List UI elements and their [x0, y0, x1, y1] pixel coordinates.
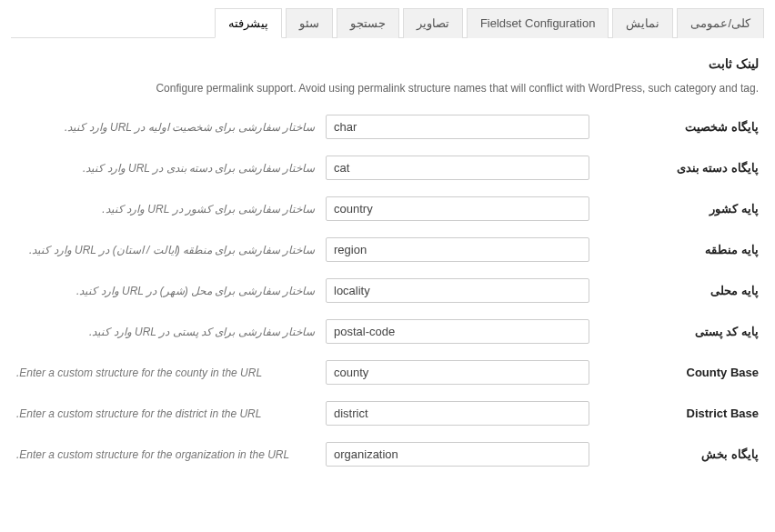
field-input[interactable]: [326, 401, 589, 426]
field-input-wrap: ساختار سفارشی برای شخصیت اولیه در URL وا…: [16, 115, 589, 139]
field-input-wrap: .Enter a custom structure for the county…: [16, 360, 589, 385]
field-input-wrap: ساختار سفارشی برای محل (شهر) در URL وارد…: [16, 278, 589, 303]
form-row: پایگاه دسته بندیساختار سفارشی برای دسته …: [11, 156, 764, 180]
form-row: پایگاه بخش.Enter a custom structure for …: [11, 442, 764, 467]
field-input[interactable]: [326, 360, 589, 385]
field-input[interactable]: [326, 278, 589, 303]
field-hint: .Enter a custom structure for the county…: [16, 366, 315, 379]
field-hint: ساختار سفارشی برای شخصیت اولیه در URL وا…: [16, 121, 315, 134]
tab-4[interactable]: جستجو: [337, 8, 399, 38]
field-label: County Base: [604, 366, 759, 379]
field-input-wrap: .Enter a custom structure for the distri…: [16, 401, 589, 426]
tab-3[interactable]: تصاویر: [403, 8, 463, 38]
field-input[interactable]: [326, 115, 589, 139]
form-row: پایه منطقهساختار سفارشی برای منطقه (ایال…: [11, 237, 764, 262]
field-hint: ساختار سفارشی برای منطقه (ایالت / استان)…: [16, 244, 315, 256]
section-title: لینک ثابت: [11, 56, 764, 71]
field-input-wrap: ساختار سفارشی برای کشور در URL وارد کنید…: [16, 196, 589, 221]
field-hint: ساختار سفارشی برای کد پستی در URL وارد ک…: [16, 326, 315, 338]
field-hint: .Enter a custom structure for the distri…: [16, 407, 315, 420]
tab-2[interactable]: Fieldset Configuration: [467, 8, 609, 38]
field-hint: ساختار سفارشی برای محل (شهر) در URL وارد…: [16, 285, 315, 297]
form-fields: پایگاه شخصیتساختار سفارشی برای شخصیت اول…: [11, 115, 764, 467]
field-label: پایگاه دسته بندی: [604, 161, 759, 175]
field-label: پایگاه بخش: [604, 447, 759, 461]
field-input[interactable]: [326, 156, 589, 180]
field-label: District Base: [604, 407, 759, 420]
tab-5[interactable]: سئو: [286, 8, 333, 38]
field-hint: ساختار سفارشی برای دسته بندی در URL وارد…: [16, 162, 315, 175]
field-label: پایه منطقه: [604, 243, 759, 256]
tab-6[interactable]: پیشرفته: [215, 8, 282, 38]
field-input[interactable]: [326, 442, 589, 467]
section-description: .Configure permalink support. Avoid usin…: [11, 82, 764, 95]
field-hint: .Enter a custom structure for the organi…: [16, 448, 315, 461]
field-hint: ساختار سفارشی برای کشور در URL وارد کنید…: [16, 203, 315, 216]
tab-1[interactable]: نمایش: [612, 8, 673, 38]
field-label: پایه کشور: [604, 202, 759, 216]
field-input-wrap: ساختار سفارشی برای کد پستی در URL وارد ک…: [16, 319, 589, 344]
form-row: پایه کد پستیساختار سفارشی برای کد پستی د…: [11, 319, 764, 344]
field-input[interactable]: [326, 237, 589, 262]
tab-0[interactable]: کلی/عمومی: [677, 8, 764, 38]
field-label: پایه محلی: [604, 284, 759, 297]
form-row: County Base.Enter a custom structure for…: [11, 360, 764, 385]
form-row: پایگاه شخصیتساختار سفارشی برای شخصیت اول…: [11, 115, 764, 139]
field-input-wrap: ساختار سفارشی برای دسته بندی در URL وارد…: [16, 156, 589, 180]
form-row: پایه محلیساختار سفارشی برای محل (شهر) در…: [11, 278, 764, 303]
field-label: پایگاه شخصیت: [604, 120, 759, 134]
form-row: پایه کشورساختار سفارشی برای کشور در URL …: [11, 196, 764, 221]
form-row: District Base.Enter a custom structure f…: [11, 401, 764, 426]
field-input-wrap: .Enter a custom structure for the organi…: [16, 442, 589, 467]
field-input[interactable]: [326, 319, 589, 344]
field-input-wrap: ساختار سفارشی برای منطقه (ایالت / استان)…: [16, 237, 589, 262]
tabs-container: کلی/عمومینمایشFieldset Configurationتصاو…: [11, 7, 764, 38]
field-label: پایه کد پستی: [604, 325, 759, 338]
field-input[interactable]: [326, 196, 589, 221]
